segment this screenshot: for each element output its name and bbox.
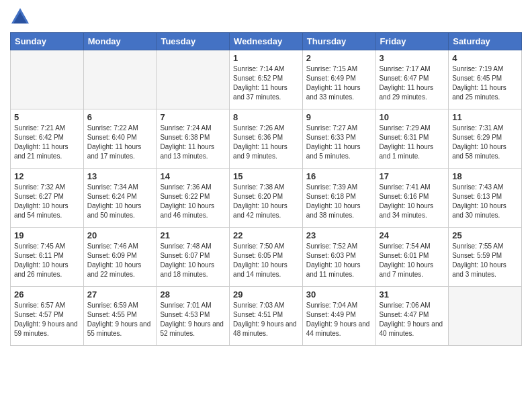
calendar-cell: 28Sunrise: 7:01 AM Sunset: 4:53 PM Dayli…	[157, 287, 230, 346]
day-number: 5	[14, 112, 80, 122]
calendar-cell: 21Sunrise: 7:48 AM Sunset: 6:07 PM Dayli…	[157, 228, 230, 287]
calendar-cell: 1Sunrise: 7:14 AM Sunset: 6:52 PM Daylig…	[230, 50, 303, 109]
day-info: Sunrise: 7:04 AM Sunset: 4:49 PM Dayligh…	[306, 301, 372, 338]
day-info: Sunrise: 7:43 AM Sunset: 6:13 PM Dayligh…	[452, 183, 518, 220]
day-number: 24	[380, 230, 445, 240]
logo	[10, 7, 33, 27]
calendar-cell	[157, 50, 230, 109]
calendar-cell: 12Sunrise: 7:32 AM Sunset: 6:27 PM Dayli…	[11, 169, 84, 228]
day-info: Sunrise: 7:17 AM Sunset: 6:47 PM Dayligh…	[380, 64, 445, 102]
calendar-cell: 22Sunrise: 7:50 AM Sunset: 6:05 PM Dayli…	[230, 228, 303, 287]
day-info: Sunrise: 6:59 AM Sunset: 4:55 PM Dayligh…	[87, 301, 153, 338]
calendar-cell: 15Sunrise: 7:38 AM Sunset: 6:20 PM Dayli…	[230, 169, 303, 228]
col-friday: Friday	[375, 33, 449, 50]
calendar-cell: 6Sunrise: 7:22 AM Sunset: 6:40 PM Daylig…	[83, 109, 157, 169]
calendar-cell: 9Sunrise: 7:27 AM Sunset: 6:33 PM Daylig…	[302, 109, 375, 169]
day-info: Sunrise: 7:03 AM Sunset: 4:51 PM Dayligh…	[233, 301, 299, 338]
calendar-cell	[11, 50, 84, 109]
day-info: Sunrise: 7:52 AM Sunset: 6:03 PM Dayligh…	[306, 242, 372, 279]
day-number: 20	[87, 230, 153, 240]
day-info: Sunrise: 7:14 AM Sunset: 6:52 PM Dayligh…	[233, 64, 299, 102]
col-sunday: Sunday	[11, 33, 84, 50]
day-number: 13	[87, 171, 153, 181]
day-number: 14	[160, 171, 226, 181]
day-number: 6	[87, 112, 153, 122]
calendar-cell: 17Sunrise: 7:41 AM Sunset: 6:16 PM Dayli…	[375, 169, 449, 228]
calendar-cell: 20Sunrise: 7:46 AM Sunset: 6:09 PM Dayli…	[83, 228, 157, 287]
day-info: Sunrise: 7:27 AM Sunset: 6:33 PM Dayligh…	[306, 124, 372, 161]
day-number: 16	[306, 171, 372, 181]
day-info: Sunrise: 7:50 AM Sunset: 6:05 PM Dayligh…	[233, 242, 299, 279]
day-info: Sunrise: 7:22 AM Sunset: 6:40 PM Dayligh…	[87, 124, 153, 161]
col-monday: Monday	[83, 33, 157, 50]
day-number: 22	[233, 230, 299, 240]
day-info: Sunrise: 7:34 AM Sunset: 6:24 PM Dayligh…	[87, 183, 153, 220]
day-info: Sunrise: 7:45 AM Sunset: 6:11 PM Dayligh…	[14, 242, 80, 279]
day-number: 30	[306, 289, 372, 300]
day-info: Sunrise: 7:31 AM Sunset: 6:29 PM Dayligh…	[452, 124, 518, 161]
calendar-cell: 24Sunrise: 7:54 AM Sunset: 6:01 PM Dayli…	[375, 228, 449, 287]
calendar-cell: 31Sunrise: 7:06 AM Sunset: 4:47 PM Dayli…	[375, 287, 449, 346]
day-info: Sunrise: 7:46 AM Sunset: 6:09 PM Dayligh…	[87, 242, 153, 279]
day-number: 2	[306, 53, 372, 63]
logo-icon	[10, 7, 30, 27]
calendar-cell: 30Sunrise: 7:04 AM Sunset: 4:49 PM Dayli…	[302, 287, 375, 346]
calendar-cell: 14Sunrise: 7:36 AM Sunset: 6:22 PM Dayli…	[157, 169, 230, 228]
day-info: Sunrise: 7:55 AM Sunset: 5:59 PM Dayligh…	[452, 242, 518, 279]
day-number: 27	[87, 289, 153, 300]
day-info: Sunrise: 7:21 AM Sunset: 6:42 PM Dayligh…	[14, 124, 80, 161]
calendar-week-4: 19Sunrise: 7:45 AM Sunset: 6:11 PM Dayli…	[11, 228, 522, 287]
day-info: Sunrise: 7:41 AM Sunset: 6:16 PM Dayligh…	[380, 183, 445, 220]
day-info: Sunrise: 7:01 AM Sunset: 4:53 PM Dayligh…	[160, 301, 226, 338]
calendar-cell	[449, 287, 522, 346]
col-tuesday: Tuesday	[157, 33, 230, 50]
day-info: Sunrise: 7:26 AM Sunset: 6:36 PM Dayligh…	[233, 124, 299, 161]
calendar-cell	[83, 50, 157, 109]
calendar-cell: 8Sunrise: 7:26 AM Sunset: 6:36 PM Daylig…	[230, 109, 303, 169]
calendar-week-3: 12Sunrise: 7:32 AM Sunset: 6:27 PM Dayli…	[11, 169, 522, 228]
day-info: Sunrise: 7:36 AM Sunset: 6:22 PM Dayligh…	[160, 183, 226, 220]
day-number: 3	[380, 53, 445, 63]
day-info: Sunrise: 7:24 AM Sunset: 6:38 PM Dayligh…	[160, 124, 226, 161]
day-number: 31	[380, 289, 445, 300]
calendar-cell: 4Sunrise: 7:19 AM Sunset: 6:45 PM Daylig…	[449, 50, 522, 109]
calendar-cell: 7Sunrise: 7:24 AM Sunset: 6:38 PM Daylig…	[157, 109, 230, 169]
day-number: 28	[160, 289, 226, 300]
day-number: 25	[452, 230, 518, 240]
day-number: 8	[233, 112, 299, 122]
calendar-header-row: Sunday Monday Tuesday Wednesday Thursday…	[11, 33, 522, 50]
calendar-cell: 23Sunrise: 7:52 AM Sunset: 6:03 PM Dayli…	[302, 228, 375, 287]
col-wednesday: Wednesday	[230, 33, 303, 50]
day-number: 4	[452, 53, 518, 63]
day-number: 29	[233, 289, 299, 300]
day-info: Sunrise: 7:38 AM Sunset: 6:20 PM Dayligh…	[233, 183, 299, 220]
day-number: 7	[160, 112, 226, 122]
day-number: 18	[452, 171, 518, 181]
calendar-cell: 3Sunrise: 7:17 AM Sunset: 6:47 PM Daylig…	[375, 50, 449, 109]
calendar-week-2: 5Sunrise: 7:21 AM Sunset: 6:42 PM Daylig…	[11, 109, 522, 169]
calendar-cell: 26Sunrise: 6:57 AM Sunset: 4:57 PM Dayli…	[11, 287, 84, 346]
calendar-cell: 18Sunrise: 7:43 AM Sunset: 6:13 PM Dayli…	[449, 169, 522, 228]
day-number: 19	[14, 230, 80, 240]
day-number: 11	[452, 112, 518, 122]
header	[10, 7, 522, 27]
calendar-cell: 29Sunrise: 7:03 AM Sunset: 4:51 PM Dayli…	[230, 287, 303, 346]
day-info: Sunrise: 7:29 AM Sunset: 6:31 PM Dayligh…	[380, 124, 445, 161]
day-number: 9	[306, 112, 372, 122]
day-number: 15	[233, 171, 299, 181]
day-info: Sunrise: 6:57 AM Sunset: 4:57 PM Dayligh…	[14, 301, 80, 338]
calendar: Sunday Monday Tuesday Wednesday Thursday…	[10, 32, 522, 346]
day-number: 1	[233, 53, 299, 63]
day-info: Sunrise: 7:15 AM Sunset: 6:49 PM Dayligh…	[306, 64, 372, 102]
day-info: Sunrise: 7:19 AM Sunset: 6:45 PM Dayligh…	[452, 64, 518, 102]
calendar-cell: 19Sunrise: 7:45 AM Sunset: 6:11 PM Dayli…	[11, 228, 84, 287]
day-number: 12	[14, 171, 80, 181]
day-number: 23	[306, 230, 372, 240]
calendar-cell: 10Sunrise: 7:29 AM Sunset: 6:31 PM Dayli…	[375, 109, 449, 169]
day-number: 17	[380, 171, 445, 181]
day-info: Sunrise: 7:06 AM Sunset: 4:47 PM Dayligh…	[380, 301, 445, 338]
day-info: Sunrise: 7:32 AM Sunset: 6:27 PM Dayligh…	[14, 183, 80, 220]
col-thursday: Thursday	[302, 33, 375, 50]
calendar-week-5: 26Sunrise: 6:57 AM Sunset: 4:57 PM Dayli…	[11, 287, 522, 346]
day-number: 10	[380, 112, 445, 122]
